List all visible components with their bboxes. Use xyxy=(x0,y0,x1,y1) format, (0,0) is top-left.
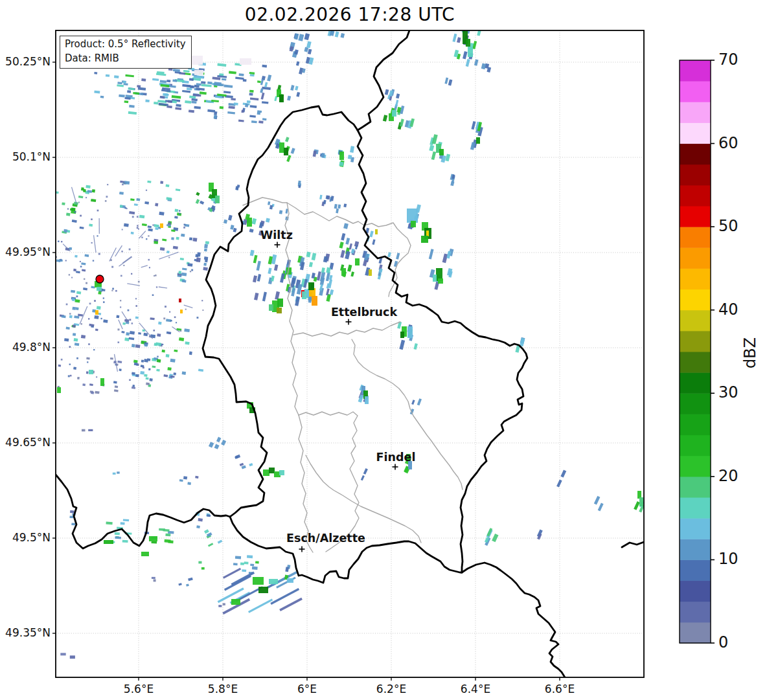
echo-clutter-dot xyxy=(155,275,157,277)
echo-clutter-dot xyxy=(137,225,138,226)
echo-streak xyxy=(172,79,177,82)
echo-clutter-dot xyxy=(39,291,41,293)
echo-streak xyxy=(75,307,79,310)
echo-streak xyxy=(136,198,140,201)
echo-streak xyxy=(170,359,176,363)
echo-streak xyxy=(69,315,73,319)
echo-clutter-dot xyxy=(131,273,132,275)
echo-streak xyxy=(71,523,75,525)
echo-streak xyxy=(157,359,161,363)
echo-cell xyxy=(468,47,473,57)
echo-streak xyxy=(249,93,253,96)
echo-streak xyxy=(114,75,119,78)
echo-cell xyxy=(149,536,157,541)
colorbar-swatch xyxy=(680,518,711,539)
echo-streak xyxy=(163,529,169,532)
echo-clutter-dot xyxy=(39,249,41,251)
echo-clutter-dot xyxy=(179,213,181,215)
echo-cell xyxy=(258,587,268,593)
echo-cell xyxy=(253,577,264,585)
echo-cell xyxy=(57,387,61,393)
colorbar-swatch xyxy=(680,581,711,602)
echo-streak xyxy=(348,155,352,159)
echo-clutter-dot xyxy=(36,235,38,236)
radar-reflectivity-figure: 02.02.2026 17:28 UTC Product: 0.5° Refle… xyxy=(0,0,767,700)
echo-cell xyxy=(439,149,444,155)
echo-streak xyxy=(127,90,131,93)
echo-cell xyxy=(279,95,284,102)
echo-cell xyxy=(341,268,346,276)
echo-streak xyxy=(81,335,86,339)
echo-streak xyxy=(132,344,135,348)
echo-cell xyxy=(375,229,378,234)
echo-streak xyxy=(86,371,89,374)
echo-cell xyxy=(180,310,183,313)
echo-cell xyxy=(639,497,643,506)
echo-streak xyxy=(95,328,98,331)
echo-streak xyxy=(158,321,161,324)
echo-clutter-dot xyxy=(141,237,143,238)
echo-clutter-dot xyxy=(123,265,124,266)
product-line: Product: 0.5° Reflectivity xyxy=(65,38,186,52)
echo-cell xyxy=(269,304,273,311)
echo-streak xyxy=(70,510,74,513)
echo-streak xyxy=(88,429,93,431)
echo-clutter-dot xyxy=(179,210,181,212)
echo-cell xyxy=(407,209,418,223)
echo-clutter-dot xyxy=(106,196,108,198)
echo-streak xyxy=(70,655,75,659)
echo-clutter-dot xyxy=(89,303,91,305)
echo-clutter-dot xyxy=(154,275,155,277)
echo-clutter-dot xyxy=(67,209,69,210)
echo-streak xyxy=(198,561,201,564)
echo-clutter-dot xyxy=(69,346,71,348)
echo-clutter-dot xyxy=(148,235,149,236)
echo-clutter-dot xyxy=(103,297,104,299)
echo-streak xyxy=(137,85,141,87)
echo-clutter-dot xyxy=(70,375,72,377)
echo-clutter-dot xyxy=(176,322,177,323)
echo-clutter-dot xyxy=(129,379,131,381)
echo-cell xyxy=(312,296,317,306)
echo-clutter-dot xyxy=(122,184,124,186)
echo-streak xyxy=(73,269,76,271)
echo-streak xyxy=(62,202,65,205)
echo-cell xyxy=(408,461,412,469)
echo-streak xyxy=(100,96,104,98)
echo-clutter-dot xyxy=(76,357,78,359)
colorbar-swatch xyxy=(680,539,711,560)
echo-streak xyxy=(241,109,244,113)
echo-clutter-dot xyxy=(118,341,120,343)
echo-streak xyxy=(73,333,76,336)
echo-streak xyxy=(141,359,144,362)
echo-cell xyxy=(263,469,269,476)
echo-cell xyxy=(369,269,372,276)
colorbar-swatch xyxy=(680,185,711,207)
echo-streak xyxy=(159,212,164,216)
echo-streak xyxy=(250,564,254,567)
colorbar-swatch xyxy=(680,60,711,82)
echo-clutter-dot xyxy=(69,313,71,315)
echo-cell xyxy=(406,454,411,462)
echo-cell xyxy=(247,218,252,227)
echo-cell xyxy=(215,196,220,203)
echo-cell xyxy=(95,310,98,315)
echo-streak xyxy=(145,99,150,102)
echo-streak xyxy=(166,354,170,357)
colorbar-swatch xyxy=(680,352,711,373)
echo-clutter-dot xyxy=(46,274,47,275)
echo-streak xyxy=(131,232,134,234)
echo-clutter-dot xyxy=(201,300,203,301)
echo-streak xyxy=(116,315,119,319)
echo-streak xyxy=(60,653,65,655)
colorbar-swatch xyxy=(680,247,711,269)
echo-radial-spoke xyxy=(36,300,47,306)
echo-streak xyxy=(151,541,157,544)
echo-streak xyxy=(126,332,130,335)
echo-clutter-dot xyxy=(35,243,37,245)
echo-cell xyxy=(433,275,437,282)
echo-streak xyxy=(204,256,208,260)
echo-streak xyxy=(81,187,84,190)
echo-clutter-dot xyxy=(80,265,82,267)
echo-streak xyxy=(154,241,158,244)
